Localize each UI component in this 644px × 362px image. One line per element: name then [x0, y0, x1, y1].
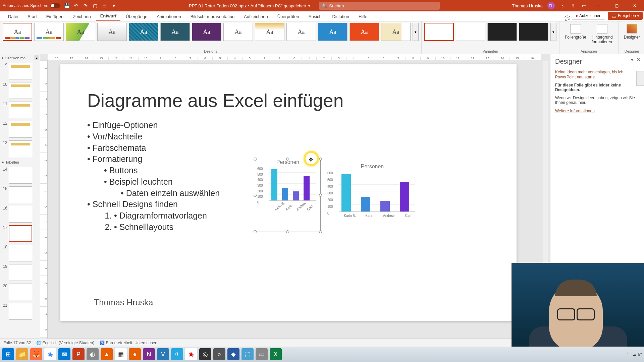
tab-hilfe[interactable]: Hilfe [355, 12, 371, 21]
slide-preview[interactable] [9, 303, 32, 320]
toggle-switch-icon[interactable] [50, 3, 60, 8]
weather-icon[interactable]: ☁ 5° [632, 352, 642, 357]
slide-thumbnail[interactable]: 14 [0, 166, 40, 185]
slide-thumbnails-panel[interactable]: ▴ ▸ Grafiken mo... 910111213▸ Tabellen14… [0, 54, 40, 353]
touch-mode-icon[interactable]: ☰ [101, 3, 107, 9]
slide-preview[interactable] [9, 63, 32, 79]
share-button[interactable]: 📤Freigeben▾ [608, 12, 643, 20]
slide-canvas-area[interactable]: 1615141312111098765432101234567891011121… [40, 54, 550, 353]
taskbar-app-icon[interactable]: ◆ [227, 348, 239, 360]
taskbar-vlc-icon[interactable]: ▲ [101, 348, 113, 360]
close-button[interactable]: ✕ [628, 1, 641, 11]
selection-handle[interactable] [254, 194, 257, 197]
slide-title[interactable]: Diagramme aus Excel einfügen [87, 90, 343, 111]
selection-handle[interactable] [319, 158, 322, 161]
scroll-up-icon[interactable]: ▴ [34, 55, 39, 60]
panel-collapse-icon[interactable] [636, 71, 644, 86]
slide-preview[interactable] [9, 245, 32, 261]
chart-selected[interactable]: Personen0100200300400500600Karin B.Karin… [255, 159, 321, 232]
slide-thumbnail[interactable]: 21 [0, 302, 40, 321]
theme-thumb[interactable]: Aa [3, 23, 32, 41]
slide-preview[interactable] [9, 140, 32, 157]
language-indicator[interactable]: 🌐 Englisch (Vereinigte Staaten) [36, 341, 94, 345]
slide-thumbnail[interactable]: 20 [0, 282, 40, 302]
theme-thumb[interactable]: Aa [223, 23, 253, 41]
variants-more-icon[interactable]: ▾ [550, 23, 556, 41]
slide-thumbnail[interactable]: 17 [0, 224, 40, 243]
theme-thumb[interactable]: Aa [160, 23, 190, 41]
comments-icon[interactable]: 💬 [565, 15, 571, 21]
slide-preview[interactable] [9, 284, 32, 300]
tab-bildschirmpraesentation[interactable]: Bildschirmpräsentation [186, 12, 239, 21]
taskbar-firefox-icon[interactable]: 🦊 [30, 348, 42, 360]
tab-datei[interactable]: Datei [4, 12, 22, 21]
qat-more-icon[interactable]: ▾ [111, 3, 117, 9]
tab-animationen[interactable]: Animationen [153, 12, 185, 21]
user-avatar[interactable]: TH [547, 2, 555, 9]
taskbar-powerpoint-icon[interactable]: P [72, 348, 85, 360]
slide-preview[interactable] [9, 225, 32, 242]
designer-restart-link[interactable]: Keine Ideen mehr vorschlagen, bis ich Po… [555, 70, 623, 79]
diamond-icon[interactable]: ⬨ [559, 3, 566, 9]
slide-thumbnail[interactable]: 15 [0, 185, 40, 204]
themes-more-icon[interactable]: ▾ [413, 23, 419, 41]
tab-dictation[interactable]: Dictation [328, 12, 353, 21]
title-dropdown-icon[interactable]: ▾ [308, 4, 310, 8]
slide[interactable]: Diagramme aus Excel einfügen Einfüge-Opt… [60, 64, 517, 321]
tab-ansicht[interactable]: Ansicht [305, 12, 327, 21]
tab-zeichnen[interactable]: Zeichnen [69, 12, 95, 21]
tab-entwurf[interactable]: Entwurf [96, 11, 120, 21]
taskbar-app-icon[interactable]: ● [129, 348, 141, 360]
user-name[interactable]: Thomas Hruska [512, 3, 543, 8]
variant-thumb[interactable] [424, 23, 454, 41]
tab-ueberpruefen[interactable]: Überprüfen [273, 12, 303, 21]
windows-taskbar[interactable]: ⊞ 📁 🦊 ◉ ✉ P ◐ ▲ ▦ ● N V ✈ ◉ ◎ ○ ◆ ⬚ ▭ X … [0, 347, 644, 362]
theme-thumb[interactable]: Aa [286, 23, 316, 41]
taskbar-app-icon[interactable]: ○ [213, 348, 225, 360]
selection-handle[interactable] [319, 230, 322, 233]
selection-handle[interactable] [319, 194, 322, 197]
slide-counter[interactable]: Folie 17 von 32 [3, 341, 31, 345]
slide-thumbnail[interactable]: 16 [0, 204, 40, 224]
tab-aufzeichnen[interactable]: Aufzeichnen [240, 12, 272, 21]
share-icon[interactable]: ⇪ [570, 3, 576, 9]
slide-preview[interactable] [9, 102, 32, 118]
search-input[interactable]: 🔍 Suchen [319, 2, 440, 10]
theme-thumb[interactable]: Aa [381, 23, 411, 41]
panel-dropdown-icon[interactable]: ▾ [631, 57, 633, 62]
slide-thumbnail[interactable]: 10 [0, 81, 40, 100]
taskbar-app-icon[interactable]: ◐ [87, 348, 99, 360]
selection-handle[interactable] [254, 158, 257, 161]
theme-thumb[interactable]: Aa [34, 23, 64, 41]
taskbar-telegram-icon[interactable]: ✈ [171, 348, 183, 360]
accessibility-check[interactable]: ♿ Barrierefreiheit: Untersuchen [100, 341, 157, 345]
slide-body[interactable]: Einfüge-Optionen Vor/Nachteile Farbschem… [87, 120, 220, 233]
slide-thumbnail[interactable]: 13 [0, 139, 40, 159]
tab-uebergaenge[interactable]: Übergänge [122, 12, 151, 21]
slide-thumbnail[interactable]: 12 [0, 120, 40, 139]
theme-thumb[interactable]: Aa [97, 23, 127, 41]
system-tray[interactable]: ˄ ☁ 5° [627, 352, 642, 357]
theme-thumb[interactable]: Aa [66, 23, 95, 41]
taskbar-explorer-icon[interactable]: 📁 [16, 348, 28, 360]
slide-preview[interactable] [9, 206, 32, 223]
slide-thumbnail[interactable]: 11 [0, 100, 40, 120]
slide-thumbnail[interactable]: 19 [0, 263, 40, 282]
theme-thumb[interactable]: Aa [255, 23, 284, 41]
redo-icon[interactable]: ↷ [83, 3, 89, 9]
undo-icon[interactable]: ↶ [73, 3, 79, 9]
panel-close-icon[interactable]: ✕ [637, 57, 641, 62]
variants-gallery[interactable]: ▾ [424, 23, 556, 41]
slide-preview[interactable] [9, 82, 32, 99]
theme-thumb[interactable]: Aa [192, 23, 221, 41]
minimize-button[interactable]: — [592, 1, 605, 11]
variant-thumb[interactable] [519, 23, 548, 41]
section-header[interactable]: ▸ Tabellen [0, 159, 40, 166]
theme-thumb[interactable]: Aa [129, 23, 158, 41]
theme-thumb[interactable]: Aa [350, 23, 379, 41]
slide-preview[interactable] [9, 167, 32, 184]
selection-handle[interactable] [254, 230, 257, 233]
slide-preview[interactable] [9, 186, 32, 203]
taskbar-chrome-icon[interactable]: ◉ [44, 348, 56, 360]
theme-thumb[interactable]: Aa [318, 23, 347, 41]
